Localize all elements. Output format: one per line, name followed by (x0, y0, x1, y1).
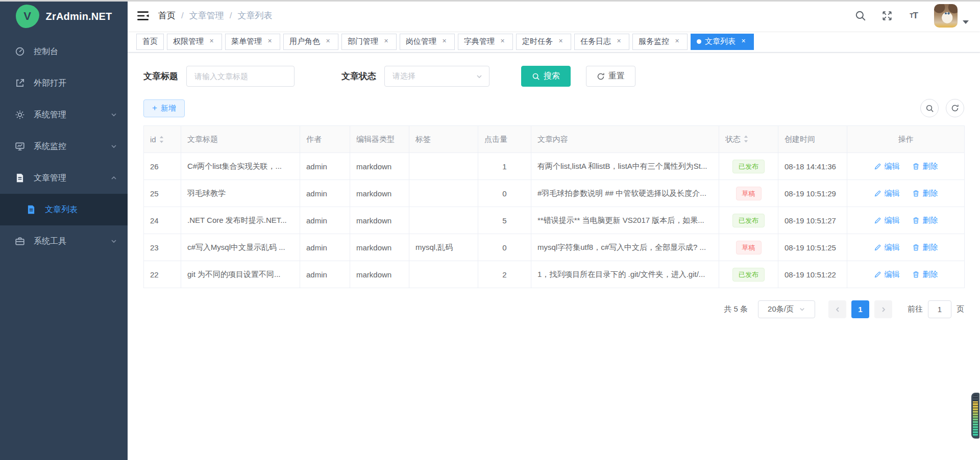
edit-button[interactable]: 编辑 (874, 162, 900, 171)
edit-button[interactable]: 编辑 (874, 243, 900, 252)
close-icon[interactable]: × (673, 37, 681, 46)
delete-button[interactable]: 删除 (912, 270, 938, 279)
browser-extension-handle[interactable] (971, 393, 979, 439)
sidebar-item-system-tools[interactable]: 系统工具 (0, 225, 128, 257)
fullscreen-icon[interactable] (881, 10, 893, 22)
cell-author: admin (300, 153, 350, 180)
search-button-label: 搜索 (544, 71, 560, 82)
delete-button[interactable]: 删除 (912, 189, 938, 198)
cell-title: .NET Core 发布时提示.NET... (181, 207, 300, 234)
sidebar-item-dashboard[interactable]: 控制台 (0, 36, 128, 67)
tab-post[interactable]: 岗位管理× (400, 34, 455, 50)
page-number-button[interactable]: 1 (851, 300, 869, 318)
tab-home[interactable]: 首页 (136, 34, 164, 50)
table-row[interactable]: 25 羽毛球教学 admin markdown 0 #羽毛球拍参数说明 ## 中… (144, 180, 965, 207)
sidebar-item-article-admin[interactable]: 文章管理 (0, 162, 128, 194)
column-header-id[interactable]: id (144, 126, 181, 153)
sidebar: V ZrAdmin.NET 控制台 外部打开 系统管理 (0, 0, 128, 460)
sidebar-item-external[interactable]: 外部打开 (0, 67, 128, 99)
page-size-value: 20条/页 (768, 304, 794, 314)
column-label: 作者 (306, 135, 322, 143)
column-header-tags: 标签 (409, 126, 478, 153)
tab-service-monitor[interactable]: 服务监控× (632, 34, 688, 50)
cell-title: c#写入Mysql中文显示乱码 ... (181, 234, 300, 261)
next-page-button[interactable] (874, 300, 892, 318)
cell-status: 草稿 (719, 180, 778, 207)
breadcrumb-article-admin[interactable]: 文章管理 (189, 10, 224, 21)
page-size-select[interactable]: 20条/页 (758, 300, 815, 318)
cell-status: 已发布 (719, 207, 778, 234)
table-row[interactable]: 22 git 为不同的项目设置不同... admin markdown 2 1，… (144, 261, 965, 288)
column-label: 编辑器类型 (356, 135, 395, 143)
chevron-down-icon (476, 73, 483, 80)
goto-page-input[interactable] (928, 300, 951, 318)
breadcrumb-home[interactable]: 首页 (158, 10, 176, 21)
close-icon[interactable]: × (739, 37, 748, 46)
table-row[interactable]: 24 .NET Core 发布时提示.NET... admin markdown… (144, 207, 965, 234)
delete-button[interactable]: 删除 (912, 216, 938, 225)
table-row[interactable]: 23 c#写入Mysql中文显示乱码 ... admin markdown my… (144, 234, 965, 261)
add-button[interactable]: + 新增 (143, 99, 185, 117)
cell-author: admin (300, 180, 350, 207)
cell-author: admin (300, 261, 350, 288)
search-button[interactable]: 搜索 (521, 66, 571, 87)
delete-button[interactable]: 删除 (912, 243, 938, 252)
close-icon[interactable]: × (382, 37, 390, 46)
breadcrumb-separator: / (181, 11, 184, 21)
column-header-status[interactable]: 状态 (719, 126, 778, 153)
article-status-label: 文章状态 (341, 70, 376, 82)
filter-form: 文章标题 文章状态 请选择 搜索 重置 (143, 66, 964, 87)
document-icon (14, 172, 26, 184)
sidebar-item-article-list[interactable]: 文章列表 (0, 194, 128, 225)
article-title-input[interactable] (186, 66, 295, 87)
edit-button[interactable]: 编辑 (874, 189, 900, 198)
article-status-select[interactable]: 请选择 (384, 66, 489, 87)
tab-dict[interactable]: 字典管理× (458, 34, 513, 50)
tab-menu-admin[interactable]: 菜单管理× (225, 34, 280, 50)
trash-icon (912, 163, 920, 170)
sort-icon[interactable] (159, 135, 164, 144)
column-label: 创建时间 (785, 135, 815, 143)
column-label: 状态 (725, 135, 741, 143)
tab-user-role[interactable]: 用户角色× (283, 34, 338, 50)
close-icon[interactable]: × (556, 37, 565, 46)
delete-button[interactable]: 删除 (912, 162, 938, 171)
cell-clicks: 1 (478, 153, 531, 180)
search-icon[interactable] (854, 10, 867, 22)
cell-id: 23 (144, 234, 181, 261)
main-area: 首页 / 文章管理 / 文章列表 TT 首页 权限管理× 菜单管理× 用户角色×… (128, 0, 980, 460)
tab-label: 字典管理 (464, 37, 495, 46)
tab-department[interactable]: 部门管理× (341, 34, 397, 50)
sidebar-item-system-admin[interactable]: 系统管理 (0, 99, 128, 131)
table-row[interactable]: 26 C#两个list集合实现关联，... admin markdown 1 有… (144, 153, 965, 180)
cell-created: 08-19 10:51:29 (778, 180, 847, 207)
font-size-icon[interactable]: TT (908, 10, 920, 22)
table-search-toggle-button[interactable] (920, 99, 939, 117)
sidebar-item-system-monitor[interactable]: 系统监控 (0, 131, 128, 162)
tab-article-list[interactable]: 文章列表× (691, 34, 754, 50)
document-icon (26, 204, 37, 215)
sidebar-item-label: 外部打开 (34, 78, 117, 89)
close-icon[interactable]: × (207, 37, 216, 46)
pagination: 共 5 条 20条/页 1 前往 页 (143, 300, 964, 318)
app-logo[interactable]: V ZrAdmin.NET (0, 0, 128, 33)
edit-button[interactable]: 编辑 (874, 270, 900, 279)
tab-permission[interactable]: 权限管理× (167, 34, 222, 50)
column-label: 点击量 (484, 135, 507, 143)
tab-scheduled-task[interactable]: 定时任务× (516, 34, 571, 50)
tab-label: 任务日志 (580, 37, 611, 46)
table-refresh-button[interactable] (946, 99, 964, 117)
close-icon[interactable]: × (498, 37, 507, 46)
close-icon[interactable]: × (440, 37, 449, 46)
edit-button[interactable]: 编辑 (874, 216, 900, 225)
close-icon[interactable]: × (265, 37, 274, 46)
reset-button[interactable]: 重置 (586, 66, 635, 87)
tab-task-log[interactable]: 任务日志× (574, 34, 629, 50)
sidebar-collapse-icon[interactable] (137, 10, 149, 21)
avatar-dropdown-caret-icon[interactable] (963, 20, 969, 24)
close-icon[interactable]: × (615, 37, 623, 46)
prev-page-button[interactable] (828, 300, 846, 318)
close-icon[interactable]: × (324, 37, 332, 46)
sort-icon[interactable] (743, 134, 749, 144)
avatar[interactable] (934, 4, 958, 28)
